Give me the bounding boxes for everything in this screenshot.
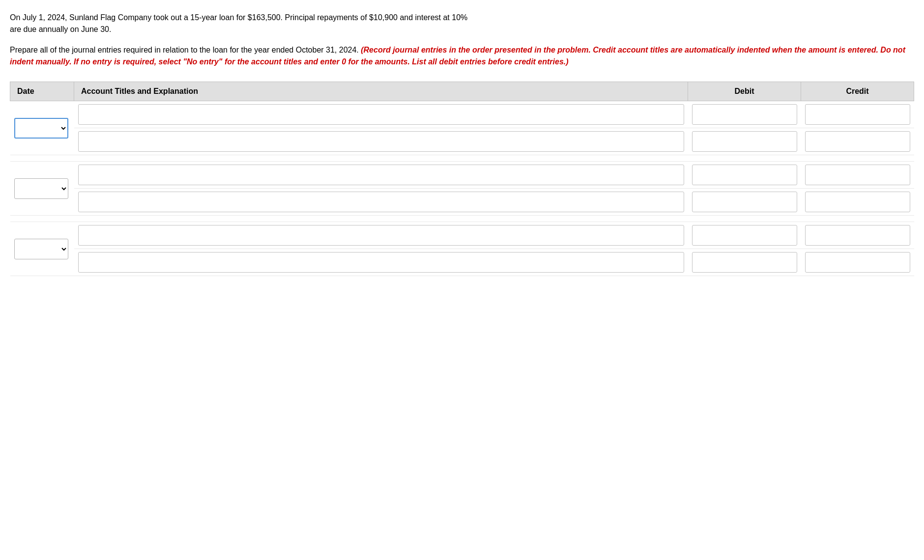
debit-cell-2-1: [688, 162, 801, 189]
table-row: [10, 189, 914, 216]
account-input-2-1[interactable]: [78, 165, 684, 185]
debit-cell-3-1: [688, 222, 801, 249]
credit-cell-2-2: [801, 189, 914, 216]
debit-cell-2-2: [688, 189, 801, 216]
table-row: July 1 Oct. 31 June 30: [10, 162, 914, 189]
debit-cell-1-1: [688, 101, 801, 128]
account-cell-3-2: [74, 249, 688, 276]
debit-cell-3-2: [688, 249, 801, 276]
account-input-1-1[interactable]: [78, 104, 684, 125]
table-row: July 1 Oct. 31 June 30: [10, 222, 914, 249]
spacer-row: [10, 216, 914, 222]
account-input-2-2[interactable]: [78, 192, 684, 212]
credit-cell-2-1: [801, 162, 914, 189]
account-input-3-2[interactable]: [78, 252, 684, 273]
account-cell-1-2: [74, 128, 688, 155]
account-input-3-1[interactable]: [78, 225, 684, 246]
credit-input-2-2[interactable]: [805, 192, 910, 212]
instruction-prefix: Prepare all of the journal entries requi…: [10, 46, 361, 54]
header-account: Account Titles and Explanation: [74, 82, 688, 101]
debit-input-3-1[interactable]: [692, 225, 797, 246]
header-credit: Credit: [801, 82, 914, 101]
header-date: Date: [10, 82, 74, 101]
debit-cell-1-2: [688, 128, 801, 155]
header-debit: Debit: [688, 82, 801, 101]
credit-cell-3-1: [801, 222, 914, 249]
table-row: [10, 249, 914, 276]
account-input-1-2[interactable]: [78, 131, 684, 152]
date-cell-2: July 1 Oct. 31 June 30: [10, 162, 74, 216]
debit-input-2-1[interactable]: [692, 165, 797, 185]
instructions-block: Prepare all of the journal entries requi…: [10, 44, 914, 68]
debit-input-3-2[interactable]: [692, 252, 797, 273]
credit-cell-1-2: [801, 128, 914, 155]
debit-input-2-2[interactable]: [692, 192, 797, 212]
problem-sentence1: On July 1, 2024, Sunland Flag Company to…: [10, 13, 467, 22]
date-select-2[interactable]: July 1 Oct. 31 June 30: [14, 178, 68, 199]
date-cell-1: July 1 Oct. 31 June 30: [10, 101, 74, 155]
table-row: [10, 128, 914, 155]
date-select-3[interactable]: July 1 Oct. 31 June 30: [14, 239, 68, 259]
credit-input-3-1[interactable]: [805, 225, 910, 246]
account-cell-3-1: [74, 222, 688, 249]
debit-input-1-2[interactable]: [692, 131, 797, 152]
credit-input-1-2[interactable]: [805, 131, 910, 152]
table-row: July 1 Oct. 31 June 30: [10, 101, 914, 128]
account-cell-2-2: [74, 189, 688, 216]
credit-cell-3-2: [801, 249, 914, 276]
spacer-row: [10, 155, 914, 162]
date-cell-3: July 1 Oct. 31 June 30: [10, 222, 74, 276]
credit-input-3-2[interactable]: [805, 252, 910, 273]
problem-sentence2: are due annually on June 30.: [10, 25, 111, 33]
date-select-1[interactable]: July 1 Oct. 31 June 30: [14, 118, 68, 139]
journal-table: Date Account Titles and Explanation Debi…: [10, 82, 914, 276]
credit-input-2-1[interactable]: [805, 165, 910, 185]
account-cell-2-1: [74, 162, 688, 189]
credit-input-1-1[interactable]: [805, 104, 910, 125]
account-cell-1-1: [74, 101, 688, 128]
problem-text: On July 1, 2024, Sunland Flag Company to…: [10, 12, 914, 35]
debit-input-1-1[interactable]: [692, 104, 797, 125]
credit-cell-1-1: [801, 101, 914, 128]
